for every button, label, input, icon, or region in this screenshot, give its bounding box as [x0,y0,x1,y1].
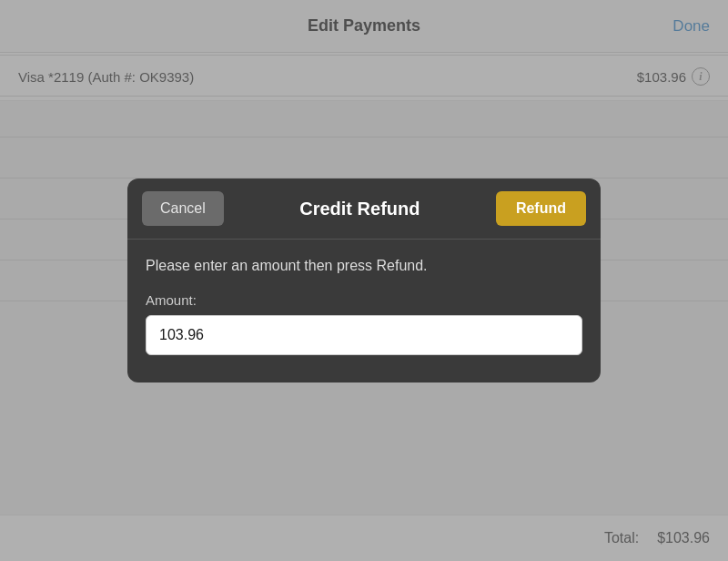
modal-title: Credit Refund [299,199,420,219]
amount-label: Amount: [146,292,582,308]
modal-header: Cancel Credit Refund Refund [127,178,601,240]
modal-body: Please enter an amount then press Refund… [127,240,601,382]
amount-input[interactable] [146,315,582,355]
credit-refund-modal: Cancel Credit Refund Refund Please enter… [127,178,601,382]
modal-overlay: Cancel Credit Refund Refund Please enter… [0,0,728,561]
cancel-button[interactable]: Cancel [142,191,224,226]
refund-button[interactable]: Refund [496,191,586,226]
instruction-text: Please enter an amount then press Refund… [146,258,582,274]
